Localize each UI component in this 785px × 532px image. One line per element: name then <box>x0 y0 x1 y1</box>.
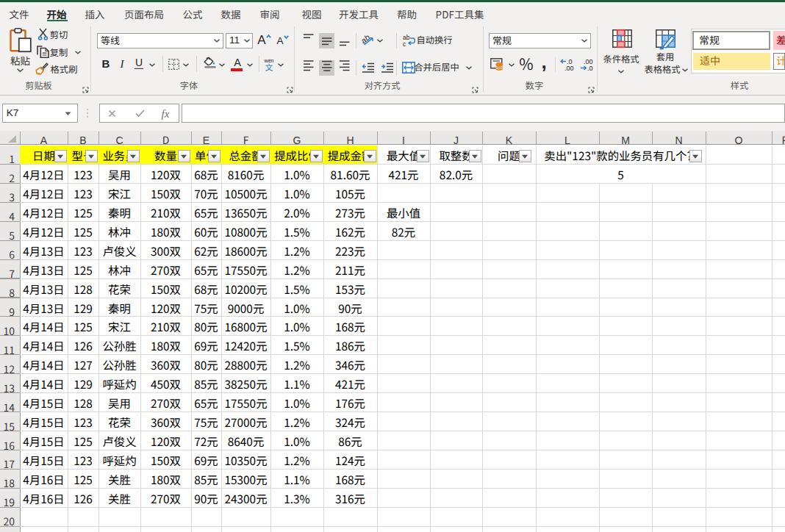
svg-text:.00: .00 <box>564 65 574 72</box>
svg-text:.0: .0 <box>587 65 593 72</box>
